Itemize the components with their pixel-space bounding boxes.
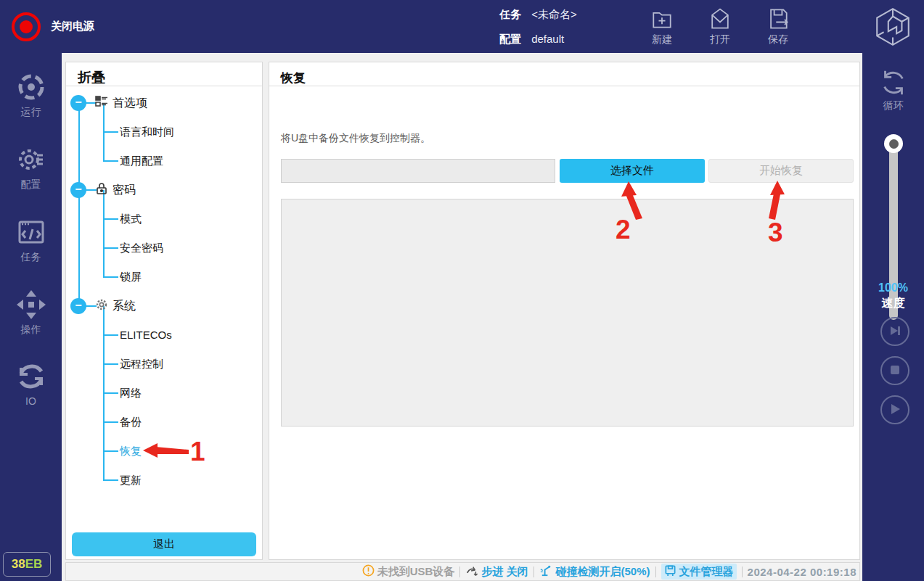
tree-label-preferences: 首选项 xyxy=(113,96,147,111)
run-icon xyxy=(0,71,62,103)
tree-item-safety-password[interactable]: 安全密码 xyxy=(120,241,163,255)
task-row: 任务 <未命名> xyxy=(499,8,577,22)
save-icon xyxy=(755,6,801,32)
config-row: 配置 default xyxy=(499,33,564,46)
warning-icon xyxy=(362,564,375,579)
step-mode-status: 步进 关闭 xyxy=(465,564,528,580)
operate-icon xyxy=(0,289,62,321)
file-manager-button[interactable]: 文件管理器 xyxy=(661,564,737,580)
sidebar-label-io: IO xyxy=(25,395,36,407)
top-bar: 关闭电源 任务 <未命名> 配置 default 新建 打开 xyxy=(0,0,924,53)
open-file-icon xyxy=(697,6,743,32)
tree-item-network[interactable]: 网络 xyxy=(120,386,142,400)
tree-item-remote-control[interactable]: 远程控制 xyxy=(120,357,163,371)
configure-icon xyxy=(0,144,62,176)
new-task-button[interactable]: 新建 xyxy=(639,6,685,46)
sidebar-item-io[interactable]: IO xyxy=(0,360,62,407)
tree-panel-title[interactable]: 折叠 xyxy=(78,68,105,87)
clock: 2024-04-22 00:19:18 xyxy=(748,566,856,578)
step-forward-button[interactable] xyxy=(880,317,909,346)
stop-button[interactable] xyxy=(880,356,909,385)
play-icon xyxy=(882,402,908,416)
speed-label: 速度 xyxy=(862,296,924,311)
loop-label: 循环 xyxy=(862,99,924,112)
power-off-icon[interactable] xyxy=(12,12,41,41)
stop-icon xyxy=(882,363,908,377)
tree-item-update[interactable]: 更新 xyxy=(120,473,142,487)
device-id-part1: 38 xyxy=(12,557,25,571)
tree-label-system: 系统 xyxy=(113,299,136,314)
io-icon xyxy=(0,360,62,392)
task-icon xyxy=(0,216,62,248)
start-restore-button: 开始恢复 xyxy=(708,159,854,183)
speed-slider-knob[interactable] xyxy=(884,134,903,153)
sidebar-label-task: 任务 xyxy=(21,251,41,263)
collision-icon xyxy=(539,564,553,580)
step-mode-icon xyxy=(465,564,478,580)
select-file-button[interactable]: 选择文件 xyxy=(560,159,705,183)
save-task-label: 保存 xyxy=(768,33,788,45)
collision-detect-status: 碰撞检测开启(50%) xyxy=(539,564,650,580)
task-value: <未命名> xyxy=(531,8,577,20)
brand-logo-icon xyxy=(872,6,914,48)
tree-item-backup[interactable]: 备份 xyxy=(120,415,142,429)
tree-item-language-time[interactable]: 语言和时间 xyxy=(120,125,174,139)
sidebar-item-run[interactable]: 运行 xyxy=(0,71,62,119)
usb-status: 未找到USB设备 xyxy=(362,564,455,579)
collapse-toggle-system[interactable]: − xyxy=(70,298,86,314)
collapse-toggle-password[interactable]: − xyxy=(70,182,86,198)
sidebar-label-configure: 配置 xyxy=(21,178,41,190)
tree-item-elitecos[interactable]: ELITECOs xyxy=(120,328,172,342)
new-file-icon xyxy=(639,6,685,32)
tree-node-system[interactable]: 系统 xyxy=(95,298,136,314)
sidebar-label-run: 运行 xyxy=(21,106,41,118)
sidebar-label-operate: 操作 xyxy=(21,324,41,335)
restore-panel: 恢复 将U盘中备份文件恢复到控制器。 选择文件 开始恢复 xyxy=(269,62,860,560)
sidebar-item-task[interactable]: 任务 xyxy=(0,216,62,264)
speed-percent: 100% xyxy=(862,281,924,294)
save-task-button[interactable]: 保存 xyxy=(755,6,801,46)
loop-icon[interactable] xyxy=(878,67,909,101)
tree-label-password: 密码 xyxy=(113,183,136,198)
task-label: 任务 xyxy=(499,8,521,20)
preferences-icon xyxy=(95,95,108,111)
restore-log-area xyxy=(281,199,854,427)
lock-icon xyxy=(95,182,108,198)
right-sidebar: 循环 100% 速度 xyxy=(862,53,924,581)
play-button[interactable] xyxy=(880,395,909,424)
tree-item-general-config[interactable]: 通用配置 xyxy=(120,154,163,168)
sidebar-item-operate[interactable]: 操作 xyxy=(0,289,62,337)
sidebar-item-configure[interactable]: 配置 xyxy=(0,144,62,191)
skip-next-icon xyxy=(882,324,908,338)
restore-description: 将U盘中备份文件恢复到控制器。 xyxy=(281,132,430,145)
status-bar: 未找到USB设备 步进 关闭 碰撞检测开启(50%) xyxy=(65,562,860,581)
gear-icon xyxy=(95,298,108,314)
page-title: 恢复 xyxy=(281,70,306,86)
tree-item-mode[interactable]: 模式 xyxy=(120,212,142,226)
left-sidebar: 运行 配置 任务 xyxy=(0,53,62,581)
device-id-badge: 38EB xyxy=(3,552,51,577)
tree-node-preferences[interactable]: 首选项 xyxy=(95,95,147,111)
config-value: default xyxy=(531,33,564,45)
tree-item-lock-screen[interactable]: 锁屏 xyxy=(120,270,142,284)
settings-tree-panel: 折叠 − − − 首 xyxy=(65,62,263,560)
tree-root-line xyxy=(78,103,80,306)
robot-controller-app: 关闭电源 任务 <未命名> 配置 default 新建 打开 xyxy=(0,0,924,581)
config-label: 配置 xyxy=(499,33,521,45)
open-task-label: 打开 xyxy=(710,33,730,45)
open-task-button[interactable]: 打开 xyxy=(697,6,743,46)
device-id-part2: EB xyxy=(25,557,43,571)
tree-node-password[interactable]: 密码 xyxy=(95,182,136,198)
file-manager-icon xyxy=(664,564,676,579)
power-off-label[interactable]: 关闭电源 xyxy=(51,20,94,33)
restore-file-input[interactable] xyxy=(281,159,555,183)
collapse-toggle-preferences[interactable]: − xyxy=(70,95,86,111)
tree-item-restore[interactable]: 恢复 xyxy=(120,444,142,458)
new-task-label: 新建 xyxy=(652,33,672,45)
exit-button[interactable]: 退出 xyxy=(72,532,256,556)
